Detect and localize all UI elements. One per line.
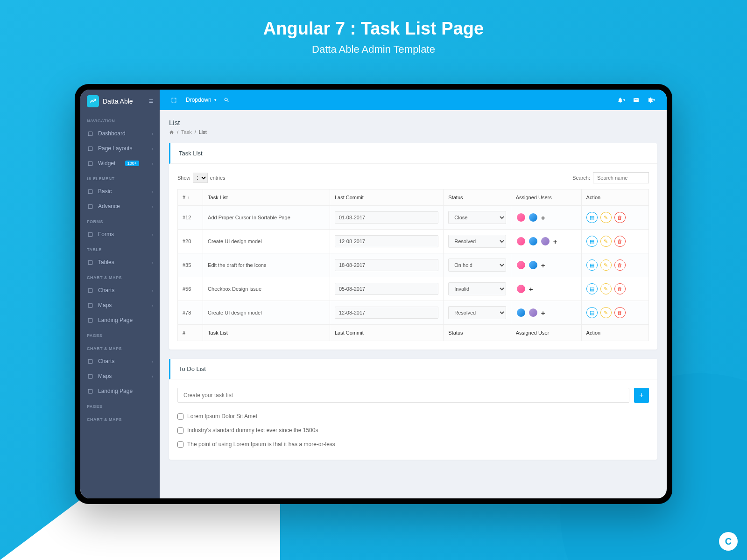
- column-header[interactable]: Task List: [203, 189, 330, 206]
- edit-button[interactable]: ✎: [600, 212, 612, 223]
- sidebar-item-forms[interactable]: Forms›: [80, 227, 160, 242]
- status-select[interactable]: Invalid: [448, 282, 506, 295]
- status-select[interactable]: Close: [448, 211, 506, 224]
- todo-label: Industry's standard dummy text ever sinc…: [187, 427, 318, 434]
- search-icon[interactable]: [220, 93, 233, 106]
- svg-rect-10: [88, 359, 92, 364]
- date-input[interactable]: [335, 259, 438, 271]
- svg-rect-4: [88, 204, 92, 209]
- home-icon[interactable]: [169, 130, 174, 135]
- sidebar-item-basic[interactable]: Basic›: [80, 184, 160, 199]
- todo-label: Lorem Ipsum Dolor Sit Amet: [187, 413, 257, 420]
- task-list-card: Task List Show 10 entries Search: #↑Task…: [169, 143, 657, 350]
- todo-input[interactable]: [177, 388, 629, 403]
- search-label: Search:: [572, 175, 590, 181]
- edit-button[interactable]: ✎: [600, 307, 612, 318]
- avatar[interactable]: [516, 308, 526, 318]
- table-row: #20Create UI design modelResolved+▤✎🗑: [178, 230, 649, 253]
- nav-label: Tables: [98, 259, 114, 266]
- edit-button[interactable]: ✎: [600, 283, 612, 294]
- search-input[interactable]: [593, 172, 649, 183]
- view-button[interactable]: ▤: [586, 236, 598, 247]
- sidebar-item-landing-page[interactable]: Landing Page: [80, 313, 160, 328]
- avatar[interactable]: [516, 260, 526, 270]
- status-select[interactable]: Resolved: [448, 306, 506, 319]
- view-button[interactable]: ▤: [586, 283, 598, 294]
- add-user-button[interactable]: +: [553, 238, 557, 245]
- add-user-button[interactable]: +: [541, 261, 545, 269]
- nav-label: Page Layouts: [98, 145, 132, 152]
- hero-title: Angular 7 : Task List Page: [0, 19, 747, 39]
- todo-checkbox[interactable]: [177, 441, 183, 448]
- sidebar-item-dashboard[interactable]: Dashboard›: [80, 126, 160, 141]
- avatar[interactable]: [516, 212, 526, 223]
- date-input[interactable]: [335, 283, 438, 295]
- date-input[interactable]: [335, 235, 438, 247]
- sidebar-item-landing-page[interactable]: Landing Page: [80, 384, 160, 399]
- map-icon: [87, 373, 93, 379]
- add-user-button[interactable]: +: [529, 285, 533, 293]
- status-select[interactable]: Resolved: [448, 235, 506, 248]
- delete-button[interactable]: 🗑: [614, 283, 626, 294]
- avatar[interactable]: [516, 284, 526, 294]
- nav-header: NAVIGATION: [80, 113, 160, 126]
- sidebar-item-widget[interactable]: Widget100+›: [80, 156, 160, 171]
- avatars: +: [516, 260, 577, 270]
- sidebar-item-maps[interactable]: Maps›: [80, 369, 160, 384]
- layout-icon: [87, 145, 93, 152]
- fullscreen-icon[interactable]: [167, 93, 180, 106]
- todo-checkbox[interactable]: [177, 427, 183, 434]
- avatar[interactable]: [540, 236, 550, 246]
- view-button[interactable]: ▤: [586, 212, 598, 223]
- view-button[interactable]: ▤: [586, 259, 598, 271]
- edit-button[interactable]: ✎: [600, 259, 612, 271]
- avatar[interactable]: [516, 236, 526, 246]
- column-header[interactable]: Assigned Users: [511, 189, 581, 206]
- column-header[interactable]: Action: [581, 189, 648, 206]
- home-icon: [87, 130, 93, 137]
- delete-button[interactable]: 🗑: [614, 212, 626, 223]
- view-button[interactable]: ▤: [586, 307, 598, 318]
- brand[interactable]: Datta Able ≡: [80, 90, 160, 113]
- sidebar-item-advance[interactable]: Advance›: [80, 199, 160, 214]
- svg-rect-0: [88, 132, 92, 136]
- device-frame: Datta Able ≡ NAVIGATIONDashboard›Page La…: [75, 84, 672, 504]
- edit-button[interactable]: ✎: [600, 236, 612, 247]
- column-header[interactable]: #↑: [178, 189, 203, 206]
- sidebar-item-maps[interactable]: Maps›: [80, 298, 160, 313]
- add-user-button[interactable]: +: [541, 309, 545, 317]
- sidebar-item-charts[interactable]: Charts›: [80, 283, 160, 298]
- sidebar-toggle-icon[interactable]: ≡: [149, 97, 153, 105]
- todo-add-button[interactable]: +: [634, 388, 649, 403]
- mail-icon[interactable]: [629, 93, 642, 106]
- footer-header: Task List: [203, 325, 330, 341]
- sidebar-item-tables[interactable]: Tables›: [80, 255, 160, 270]
- todo-checkbox[interactable]: [177, 413, 183, 420]
- settings-icon[interactable]: ▾: [644, 93, 657, 106]
- add-user-button[interactable]: +: [541, 214, 545, 222]
- topbar-dropdown[interactable]: Dropdown ▾: [182, 97, 220, 103]
- landing-icon: [87, 317, 93, 323]
- nav-label: Forms: [98, 231, 114, 238]
- date-input[interactable]: [335, 211, 438, 224]
- avatar[interactable]: [528, 212, 538, 223]
- delete-button[interactable]: 🗑: [614, 259, 626, 271]
- sidebar-item-page-layouts[interactable]: Page Layouts›: [80, 141, 160, 156]
- svg-rect-11: [88, 374, 92, 378]
- delete-button[interactable]: 🗑: [614, 307, 626, 318]
- sidebar-item-charts[interactable]: Charts›: [80, 354, 160, 369]
- breadcrumb-task[interactable]: Task: [181, 129, 192, 135]
- avatar[interactable]: [528, 260, 538, 270]
- bell-icon[interactable]: ▾: [614, 93, 627, 106]
- table-row: #78Create UI design modelResolved+▤✎🗑: [178, 301, 649, 325]
- entries-select[interactable]: 10: [193, 173, 208, 183]
- avatar[interactable]: [528, 236, 538, 246]
- date-input[interactable]: [335, 307, 438, 319]
- column-header[interactable]: Last Commit: [330, 189, 443, 206]
- column-header[interactable]: Status: [444, 189, 511, 206]
- delete-button[interactable]: 🗑: [614, 236, 626, 247]
- avatars: +: [516, 284, 577, 294]
- status-select[interactable]: On hold: [448, 259, 506, 272]
- avatar[interactable]: [528, 308, 538, 318]
- task-table: #↑Task ListLast CommitStatusAssigned Use…: [177, 189, 649, 341]
